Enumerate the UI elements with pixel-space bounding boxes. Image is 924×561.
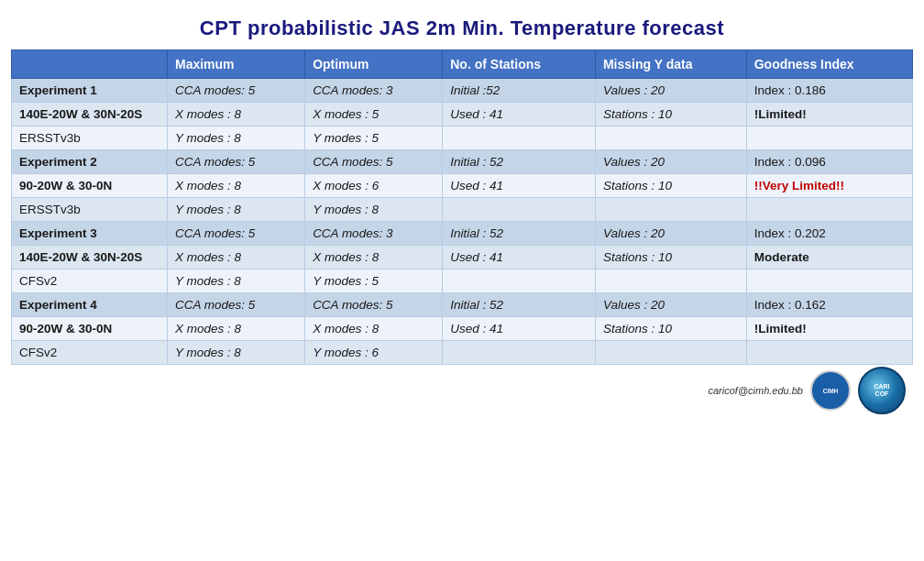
table-cell: CCA modes: 5 [168,150,305,174]
table-cell: Y modes : 5 [305,126,443,150]
table-cell: Y modes : 8 [168,341,305,365]
table-cell: Used : 41 [443,317,596,341]
table-cell: Initial :52 [443,79,596,103]
table-cell: X modes : 8 [168,246,305,270]
table-cell: Y modes : 8 [168,198,305,222]
table-cell: Values : 20 [595,150,746,174]
table-cell: X modes : 6 [305,174,443,198]
col-header-label [12,50,168,79]
table-cell: CCA modes: 5 [168,222,305,246]
table-cell: X modes : 8 [305,246,443,270]
table-row: 90-20W & 30-0NX modes : 8X modes : 8Used… [12,317,913,341]
table-cell: 140E-20W & 30N-20S [12,246,168,270]
table-cell [443,198,596,222]
col-header-missing: Missing Y data [595,50,746,79]
table-cell: Index : 0.202 [746,222,912,246]
table-cell: Index : 0.162 [746,293,912,317]
table-cell [746,126,912,150]
table-cell: Stations : 10 [595,317,746,341]
table-cell [595,126,746,150]
footer-email: caricof@cimh.edu.bb [709,385,804,396]
table-cell: CFSv2 [12,270,168,293]
results-table: Maximum Optimum No. of Stations Missing … [11,50,913,365]
table-cell: X modes : 8 [168,174,305,198]
table-cell [443,270,596,293]
table-cell [443,341,596,365]
table-row: 140E-20W & 30N-20SX modes : 8X modes : 8… [12,246,913,270]
table-cell [443,126,596,150]
table-cell: Used : 41 [443,174,596,198]
col-header-goodness: Goodness Index [746,50,912,79]
table-cell: 140E-20W & 30N-20S [12,103,168,126]
table-cell: Values : 20 [595,293,746,317]
table-cell: 90-20W & 30-0N [12,317,168,341]
table-cell: Y modes : 5 [305,270,443,293]
table-row: ERSSTv3bY modes : 8Y modes : 8 [12,198,913,222]
table-cell: ERSSTv3b [12,198,168,222]
table-cell: CCA modes: 5 [305,293,443,317]
table-cell: !Limited! [746,317,912,341]
table-cell: Index : 0.096 [746,150,912,174]
table-cell: Y modes : 6 [305,341,443,365]
table-cell: Stations : 10 [595,174,746,198]
table-cell [746,270,912,293]
table-cell: !Limited! [746,103,912,126]
table-cell: Experiment 3 [12,222,168,246]
table-cell: Initial : 52 [443,222,596,246]
table-cell: Y modes : 8 [168,126,305,150]
table-cell: Experiment 4 [12,293,168,317]
table-cell: Initial : 52 [443,150,596,174]
table-cell: CCA modes: 5 [168,79,305,103]
table-cell: Values : 20 [595,222,746,246]
table-cell: Moderate [746,246,912,270]
table-cell: X modes : 8 [305,317,443,341]
table-cell: X modes : 8 [168,103,305,126]
main-container: CPT probabilistic JAS 2m Min. Temperatur… [0,0,924,424]
col-header-stations: No. of Stations [443,50,596,79]
table-cell: Stations : 10 [595,103,746,126]
col-header-maximum: Maximum [168,50,305,79]
table-cell: X modes : 8 [168,317,305,341]
table-cell: ERSSTv3b [12,126,168,150]
col-header-optimum: Optimum [305,50,443,79]
table-cell: Stations : 10 [595,246,746,270]
table-cell [746,341,912,365]
caricof-logo: CARICOF [858,367,906,414]
table-cell: X modes : 5 [305,103,443,126]
table-cell [595,341,746,365]
table-cell: Used : 41 [443,103,596,126]
table-cell: CCA modes: 3 [305,222,443,246]
table-header-row: Maximum Optimum No. of Stations Missing … [12,50,913,79]
table-cell: Initial : 52 [443,293,596,317]
table-row: CFSv2Y modes : 8Y modes : 5 [12,270,913,293]
table-row: CFSv2Y modes : 8Y modes : 6 [12,341,913,365]
table-row: ERSSTv3bY modes : 8Y modes : 5 [12,126,913,150]
footer-area: caricof@cimh.edu.bb CIMH CARICOF [11,365,913,414]
table-row: Experiment 3CCA modes: 5CCA modes: 3Init… [12,222,913,246]
table-cell: Values : 20 [595,79,746,103]
table-row: Experiment 2CCA modes: 5CCA modes: 5Init… [12,150,913,174]
table-cell: 90-20W & 30-0N [12,174,168,198]
page-title: CPT probabilistic JAS 2m Min. Temperatur… [11,9,913,50]
table-cell: Index : 0.186 [746,79,912,103]
table-cell: Used : 41 [443,246,596,270]
table-cell: !!Very Limited!! [746,174,912,198]
table-cell [746,198,912,222]
table-row: 90-20W & 30-0NX modes : 8X modes : 6Used… [12,174,913,198]
table-cell [595,198,746,222]
table-cell: CCA modes: 5 [305,150,443,174]
table-cell: Experiment 2 [12,150,168,174]
table-cell: Y modes : 8 [168,270,305,293]
table-cell: Y modes : 8 [305,198,443,222]
table-row: Experiment 4CCA modes: 5CCA modes: 5Init… [12,293,913,317]
table-cell: Experiment 1 [12,79,168,103]
table-row: Experiment 1CCA modes: 5CCA modes: 3Init… [12,79,913,103]
table-row: 140E-20W & 30N-20SX modes : 8X modes : 5… [12,103,913,126]
table-cell [595,270,746,293]
table-cell: CCA modes: 3 [305,79,443,103]
table-cell: CFSv2 [12,341,168,365]
table-cell: CCA modes: 5 [168,293,305,317]
cimh-logo: CIMH [810,370,851,411]
